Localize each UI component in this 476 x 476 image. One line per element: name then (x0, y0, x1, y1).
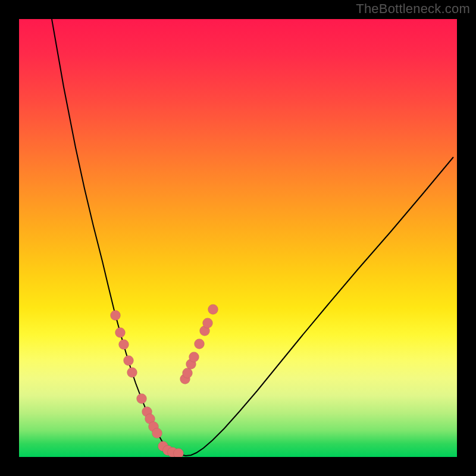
data-dot (208, 305, 218, 315)
data-dot (203, 318, 213, 328)
data-dots-group (111, 305, 218, 458)
chart-svg (19, 19, 457, 457)
data-dot (137, 394, 147, 404)
data-dot (189, 352, 199, 362)
data-dot (119, 340, 129, 350)
plot-area (19, 19, 457, 457)
chart-frame: TheBottleneck.com (0, 0, 476, 476)
data-dot (183, 368, 193, 378)
data-dot (111, 311, 121, 321)
data-dot (124, 356, 134, 366)
watermark-text: TheBottleneck.com (356, 1, 470, 17)
data-dot (195, 339, 205, 349)
data-dot (152, 428, 162, 439)
data-dot (115, 328, 126, 338)
bottleneck-curve (52, 19, 453, 456)
data-dot (127, 368, 137, 378)
data-dot (174, 449, 184, 458)
